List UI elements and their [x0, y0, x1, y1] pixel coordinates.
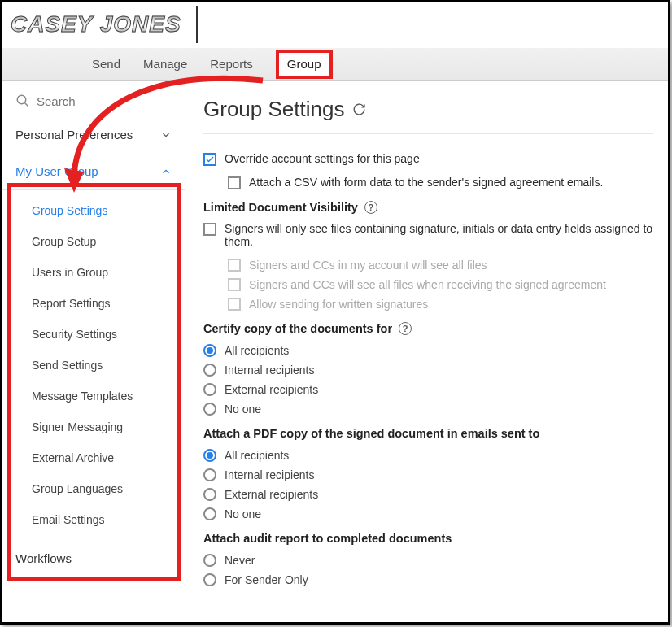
- ldv-main-label: Signers will only see files containing s…: [225, 222, 653, 248]
- pdf-external-label: External recipients: [225, 488, 318, 501]
- certify-all-label: All recipients: [225, 344, 289, 357]
- help-icon[interactable]: ?: [364, 201, 377, 214]
- radio-icon[interactable]: [203, 573, 216, 586]
- certify-external[interactable]: External recipients: [203, 382, 653, 396]
- attach-csv-label: Attach a CSV with form data to the sende…: [249, 176, 603, 189]
- svg-point-0: [17, 95, 26, 104]
- override-checkbox[interactable]: [203, 153, 216, 166]
- certify-internal[interactable]: Internal recipients: [203, 363, 653, 377]
- ldv-b-checkbox: [228, 278, 241, 291]
- override-row: Override account settings for this page: [203, 152, 653, 166]
- pdf-all[interactable]: All recipients: [203, 448, 653, 462]
- certify-title-row: Certify copy of the documents for ?: [203, 322, 653, 335]
- header-divider: [196, 6, 198, 43]
- sidebar-item-group-settings[interactable]: Group Settings: [2, 195, 185, 226]
- ldv-main-row: Signers will only see files containing s…: [203, 222, 653, 248]
- radio-icon[interactable]: [203, 507, 216, 520]
- certify-none[interactable]: No one: [203, 402, 653, 416]
- ldv-sub-b: Signers and CCs will see all files when …: [228, 277, 653, 291]
- chevron-up-icon: [160, 166, 172, 177]
- certify-title: Certify copy of the documents for: [203, 322, 392, 335]
- ldv-b-label: Signers and CCs will see all files when …: [249, 278, 606, 291]
- radio-icon[interactable]: [203, 364, 216, 377]
- radio-icon[interactable]: [203, 468, 216, 481]
- chevron-down-icon: [160, 129, 172, 141]
- ldv-sub-c: Allow sending for written signatures: [228, 297, 653, 311]
- main-content: Group Settings Override account settings…: [185, 81, 668, 620]
- sidebar-my-user-group-label: My User Group: [15, 164, 98, 178]
- logo: CASEY JONES: [11, 11, 181, 37]
- nav-manage[interactable]: Manage: [143, 57, 187, 71]
- refresh-icon[interactable]: [352, 102, 366, 116]
- sidebar-item-message-templates[interactable]: Message Templates: [2, 381, 185, 411]
- sidebar-item-group-languages[interactable]: Group Languages: [2, 473, 185, 504]
- sidebar: Personal Preferences My User Group Group…: [2, 81, 185, 620]
- sidebar-personal-prefs-label: Personal Preferences: [15, 128, 133, 142]
- audit-never[interactable]: Never: [203, 553, 653, 567]
- ldv-a-checkbox: [228, 259, 241, 272]
- pdf-title: Attach a PDF copy of the signed document…: [203, 427, 653, 440]
- sidebar-workflows-label: Workflows: [15, 551, 72, 565]
- search-icon: [15, 94, 30, 108]
- sidebar-item-group-setup[interactable]: Group Setup: [2, 226, 185, 257]
- top-nav: Send Manage Reports Group: [2, 48, 668, 81]
- sidebar-my-user-group[interactable]: My User Group: [2, 153, 185, 190]
- pdf-none-label: No one: [225, 507, 261, 520]
- search-input[interactable]: [37, 94, 151, 108]
- radio-icon[interactable]: [203, 403, 216, 416]
- certify-none-label: No one: [225, 403, 261, 416]
- certify-internal-label: Internal recipients: [225, 364, 315, 377]
- ldv-title-row: Limited Document Visibility ?: [203, 201, 653, 214]
- radio-icon[interactable]: [203, 554, 216, 567]
- svg-line-1: [24, 102, 28, 107]
- ldv-title: Limited Document Visibility: [203, 201, 358, 214]
- help-icon[interactable]: ?: [399, 322, 412, 335]
- pdf-none[interactable]: No one: [203, 507, 653, 520]
- nav-reports[interactable]: Reports: [210, 57, 253, 71]
- ldv-sub-a: Signers and CCs in my account will see a…: [228, 258, 653, 272]
- sidebar-item-send-settings[interactable]: Send Settings: [2, 350, 185, 381]
- sidebar-item-security-settings[interactable]: Security Settings: [2, 319, 185, 350]
- page-title-row: Group Settings: [203, 97, 653, 122]
- pdf-internal[interactable]: Internal recipients: [203, 468, 653, 481]
- certify-all[interactable]: All recipients: [203, 343, 653, 357]
- sidebar-item-email-settings[interactable]: Email Settings: [2, 504, 185, 535]
- radio-icon[interactable]: [203, 449, 216, 462]
- pdf-external[interactable]: External recipients: [203, 487, 653, 501]
- radio-icon[interactable]: [203, 488, 216, 501]
- ldv-main-checkbox[interactable]: [203, 223, 216, 236]
- audit-title: Attach audit report to completed documen…: [203, 532, 653, 545]
- ldv-c-label: Allow sending for written signatures: [249, 298, 428, 311]
- sidebar-list: Group Settings Group Setup Users in Grou…: [2, 190, 185, 540]
- pdf-internal-label: Internal recipients: [225, 468, 315, 481]
- sidebar-workflows[interactable]: Workflows: [2, 540, 185, 577]
- audit-sender-only[interactable]: For Sender Only: [203, 573, 653, 586]
- title-divider: [203, 133, 653, 134]
- audit-never-label: Never: [225, 554, 255, 567]
- header-bar: CASEY JONES: [2, 2, 668, 46]
- certify-external-label: External recipients: [225, 383, 318, 396]
- sidebar-item-report-settings[interactable]: Report Settings: [2, 288, 185, 319]
- sidebar-item-external-archive[interactable]: External Archive: [2, 442, 185, 473]
- nav-send[interactable]: Send: [92, 57, 120, 71]
- ldv-c-checkbox: [228, 298, 241, 311]
- search-row: [2, 85, 185, 116]
- override-label: Override account settings for this page: [225, 152, 420, 165]
- ldv-a-label: Signers and CCs in my account will see a…: [249, 259, 487, 272]
- pdf-all-label: All recipients: [225, 449, 289, 462]
- attach-csv-checkbox[interactable]: [228, 176, 241, 189]
- radio-icon[interactable]: [203, 344, 216, 357]
- radio-icon[interactable]: [203, 383, 216, 396]
- nav-group[interactable]: Group: [276, 50, 333, 79]
- sidebar-item-users-in-group[interactable]: Users in Group: [2, 257, 185, 288]
- audit-sender-only-label: For Sender Only: [225, 573, 308, 586]
- attach-csv-row: Attach a CSV with form data to the sende…: [228, 176, 653, 189]
- sidebar-personal-prefs[interactable]: Personal Preferences: [2, 116, 185, 153]
- page-title: Group Settings: [203, 97, 344, 122]
- sidebar-item-signer-messaging[interactable]: Signer Messaging: [2, 411, 185, 442]
